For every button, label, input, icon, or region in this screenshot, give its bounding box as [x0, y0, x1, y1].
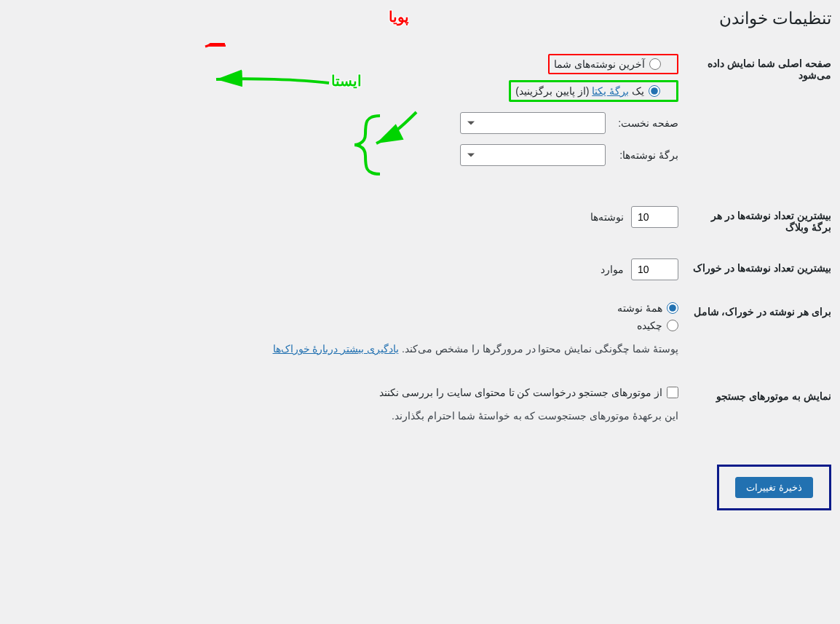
- feed-note-text: پوستهٔ شما چگونگی نمایش محتوا در مرورگره…: [399, 343, 678, 355]
- save-button[interactable]: ذخیرهٔ تغییرات: [735, 477, 813, 498]
- static-page-link[interactable]: برگهٔ یکتا: [592, 85, 629, 97]
- feed-content-note: پوستهٔ شما چگونگی نمایش محتوا در مرورگره…: [16, 343, 678, 355]
- feed-count-suffix: موارد: [601, 264, 624, 275]
- discourage-search-checkbox[interactable]: [667, 387, 678, 398]
- feed-full-label: همهٔ نوشته: [617, 302, 662, 314]
- feed-learn-more-link[interactable]: یادگیری بیشتر دربارهٔ خوراک‌ها: [273, 343, 400, 355]
- homepage-static-radio[interactable]: [649, 85, 660, 97]
- front-page-select[interactable]: [460, 112, 606, 134]
- discourage-search-label: از موتورهای جستجو درخواست کن تا محتوای س…: [379, 387, 662, 398]
- blog-count-heading: بیشترین تعداد نوشته‌ها در هر برگهٔ وبلاگ: [686, 195, 831, 248]
- homepage-static-label: یک برگهٔ یکتا (از پایین برگزینید): [515, 85, 644, 97]
- feed-count-input[interactable]: [631, 258, 678, 280]
- homepage-display-heading: صفحه اصلی شما نمایش داده می‌شود: [686, 43, 831, 195]
- feed-content-heading: برای هر نوشته در خوراک، شامل: [686, 291, 831, 376]
- search-visibility-heading: نمایش به موتورهای جستجو: [686, 376, 831, 443]
- page-title: تنظیمات خواندن: [9, 9, 831, 28]
- feed-full-radio[interactable]: [667, 302, 678, 314]
- search-visibility-note: این برعهدهٔ موتورهای جستجوست که به خواست…: [16, 410, 678, 422]
- posts-page-label: برگهٔ نوشته‌ها:: [613, 149, 678, 161]
- feed-count-heading: بیشترین تعداد نوشته‌ها در خوراک: [686, 248, 831, 291]
- front-page-label: صفحه نخست:: [613, 117, 678, 129]
- homepage-static-prefix: یک: [629, 85, 644, 97]
- homepage-latest-label: آخرین نوشته‌های شما: [554, 58, 645, 70]
- feed-excerpt-label: چکیده: [637, 320, 662, 331]
- feed-excerpt-radio[interactable]: [667, 320, 678, 331]
- blog-count-suffix: نوشته‌ها: [590, 211, 624, 223]
- homepage-static-suffix: (از پایین برگزینید): [515, 85, 592, 97]
- blog-count-input[interactable]: [631, 206, 678, 228]
- submit-highlight: ذخیرهٔ تغییرات: [717, 465, 831, 510]
- settings-table: صفحه اصلی شما نمایش داده می‌شود: [9, 43, 831, 443]
- posts-page-select[interactable]: [460, 144, 606, 166]
- homepage-latest-radio[interactable]: [649, 58, 661, 70]
